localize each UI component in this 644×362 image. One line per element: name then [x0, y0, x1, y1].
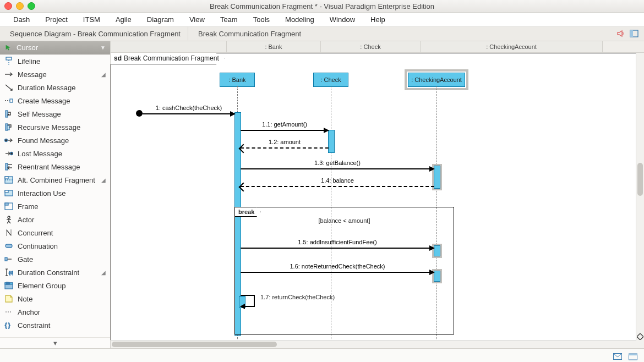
palette-tool-message[interactable]: Message◢	[0, 68, 110, 81]
palette-tool-element-group[interactable]: EGElement Group	[0, 279, 110, 292]
palette-tool-label: Recursive Message	[18, 123, 80, 131]
close-window-button[interactable]	[4, 2, 12, 10]
palette-tool-interaction-use[interactable]: Interaction Use	[0, 187, 110, 200]
palette-cursor-header[interactable]: Cursor ▼	[0, 41, 110, 54]
activation-check-1[interactable]	[328, 130, 335, 153]
canvas-vertical-scrollbar[interactable]	[636, 53, 644, 348]
palette-tool-duration-constraint[interactable]: {d}Duration Constraint◢	[0, 266, 110, 279]
palette-tool-label: Frame	[18, 202, 39, 211]
menu-tools[interactable]: Tools	[245, 15, 277, 24]
svg-rect-30	[5, 257, 7, 261]
svg-text:EG: EG	[6, 282, 10, 285]
message-1-1-label: 1.1: getAmount()	[241, 121, 329, 128]
palette-tool-label: Anchor	[18, 308, 40, 316]
palette-tool-label: Note	[18, 295, 32, 303]
palette-tool-lost-message[interactable]: Lost Message	[0, 147, 110, 160]
svg-point-23	[8, 216, 10, 218]
lifeline-bank-head[interactable]: : Bank	[220, 73, 255, 87]
menu-diagram[interactable]: Diagram	[139, 15, 182, 24]
lifeline-header-strip: : Bank : Check : CheckingAccount	[111, 41, 644, 53]
lifeline-account-head[interactable]: : CheckingAccount	[408, 73, 465, 87]
palette-tool-actor[interactable]: Actor	[0, 213, 110, 226]
breadcrumb-item-2[interactable]: Break Communication Fragment	[188, 26, 309, 41]
menu-dash[interactable]: Dash	[6, 15, 37, 24]
menu-team[interactable]: Team	[212, 15, 245, 24]
constraint-icon: { }	[4, 321, 13, 330]
palette-tool-alt-combined-fragment[interactable]: Alt. Combined Fragment◢	[0, 173, 110, 187]
menu-view[interactable]: View	[182, 15, 212, 24]
palette-scroll-down[interactable]: ▾	[0, 337, 110, 348]
frame-name: Break Communication Fragment	[124, 54, 219, 62]
scrollbar-thumb[interactable]	[637, 163, 643, 196]
canvas-wrapper: : Bank : Check : CheckingAccount sdBreak…	[111, 41, 644, 348]
message-1-2-label: 1.2: amount	[241, 139, 329, 145]
svg-rect-15	[6, 163, 8, 170]
scrollbar-thumb[interactable]	[112, 342, 277, 347]
menu-modeling[interactable]: Modeling	[277, 15, 322, 24]
window-controls	[4, 2, 35, 10]
svg-point-11	[5, 139, 8, 142]
menu-window[interactable]: Window	[322, 15, 363, 24]
menu-agile[interactable]: Agile	[108, 15, 139, 24]
message-1-3-label: 1.3: getBalance()	[241, 160, 434, 166]
lifeline-header-bank[interactable]: : Bank	[227, 41, 321, 52]
message-1-7[interactable]	[241, 295, 255, 307]
svg-point-14	[10, 152, 13, 155]
found-message-origin[interactable]	[136, 110, 143, 117]
palette-tool-found-message[interactable]: Found Message	[0, 134, 110, 147]
palette-tool-label: Lost Message	[18, 150, 62, 158]
frame-icon	[4, 202, 13, 211]
lifeline-header-empty[interactable]	[111, 41, 227, 52]
menu-help[interactable]: Help	[363, 15, 393, 24]
expand-indicator-icon: ◢	[101, 270, 106, 276]
palette-tool-label: Continuation	[18, 242, 58, 250]
menu-itsm[interactable]: ITSM	[75, 15, 108, 24]
diagram-frame-label[interactable]: sdBreak Communication Fragment	[111, 53, 225, 64]
message-1-5-label: 1.5: addInsufficientFundFee()	[241, 239, 434, 245]
palette-tool-label: Concurrent	[18, 229, 53, 237]
chevron-down-icon: ▼	[100, 45, 106, 51]
resize-grip-icon[interactable]	[637, 333, 643, 340]
svg-line-27	[9, 221, 10, 223]
message-1-label: 1: cashCheck(theCheck)	[143, 105, 235, 111]
palette-tool-create-message[interactable]: Create Message	[0, 94, 110, 107]
palette-tool-gate[interactable]: Gate	[0, 253, 110, 266]
reentrant-message-icon	[4, 162, 13, 171]
palette-tool-recursive-message[interactable]: Recursive Message	[0, 120, 110, 134]
layout-switch-icon[interactable]	[630, 29, 638, 38]
palette-tool-self-message[interactable]: Self Message	[0, 107, 110, 120]
lost-message-icon	[4, 149, 13, 158]
lifeline-header-account[interactable]: : CheckingAccount	[421, 41, 603, 52]
palette-tool-label: Create Message	[18, 97, 70, 105]
svg-rect-22	[5, 203, 8, 205]
svg-line-5	[6, 85, 12, 90]
palette-tool-anchor[interactable]: Anchor	[0, 305, 110, 319]
palette-tool-list: LifelineMessage◢Duration MessageCreate M…	[0, 54, 110, 337]
lifeline-check-head[interactable]: : Check	[313, 73, 348, 87]
break-fragment[interactable]: break [balance < amount]	[234, 207, 454, 334]
mail-icon[interactable]	[613, 352, 622, 361]
zoom-window-button[interactable]	[28, 2, 35, 10]
breadcrumb-item-1[interactable]: Sequence Diagram - Break Communication F…	[0, 26, 188, 41]
palette-tool-frame[interactable]: Frame	[0, 200, 110, 213]
palette-tool-duration-message[interactable]: Duration Message	[0, 81, 110, 94]
palette-tool-concurrent[interactable]: Concurrent	[0, 226, 110, 239]
svg-text:{d}: {d}	[9, 270, 13, 275]
svg-rect-2	[6, 57, 12, 60]
menu-project[interactable]: Project	[37, 15, 75, 24]
svg-text:{ }: { }	[5, 322, 10, 328]
palette-tool-constraint[interactable]: { }Constraint	[0, 319, 110, 332]
palette-tool-note[interactable]: Note	[0, 292, 110, 305]
info-panel-icon[interactable]	[629, 352, 637, 361]
message-1-7-label: 1.7: returnCheck(theCheck)	[260, 294, 335, 300]
palette-tool-lifeline[interactable]: Lifeline	[0, 54, 110, 68]
palette-tool-continuation[interactable]: Continuation	[0, 239, 110, 253]
canvas-horizontal-scrollbar[interactable]	[111, 340, 636, 348]
palette-header-label: Cursor	[17, 43, 38, 52]
lifeline-header-check[interactable]: : Check	[321, 41, 421, 52]
minimize-window-button[interactable]	[16, 2, 24, 10]
palette-tool-reentrant-message[interactable]: Reentrant Message	[0, 160, 110, 173]
palette: Cursor ▼ LifelineMessage◢Duration Messag…	[0, 41, 111, 348]
megaphone-icon[interactable]	[616, 29, 625, 38]
diagram-canvas[interactable]: sdBreak Communication Fragment : Bank : …	[111, 53, 644, 348]
